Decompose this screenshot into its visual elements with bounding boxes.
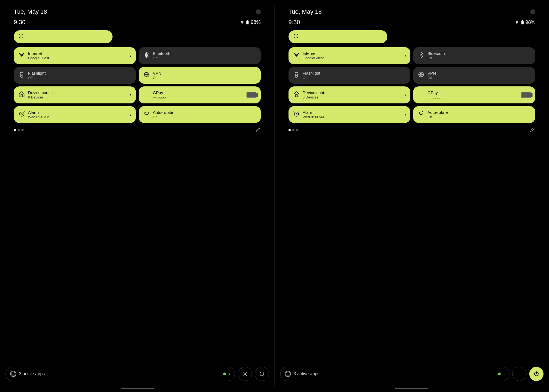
- tiles-grid-1: Internet GoogleGuest › Bluetooth Off Fla…: [288, 47, 536, 123]
- tile-title-internet-1: Internet: [303, 51, 402, 56]
- tile-flashlight-0[interactable]: Flashlight Off: [14, 67, 136, 84]
- tile-text-alarm-0: Alarm Wed 8:30 AM: [28, 110, 127, 119]
- tiles-grid-0: Internet GoogleGuest › Bluetooth Off Fla…: [14, 47, 261, 123]
- info-icon-1: i: [285, 371, 291, 377]
- tile-title-auto-rotate-1: Auto-rotate: [427, 110, 531, 115]
- vpn-icon-0: [143, 72, 150, 79]
- settings-button-1[interactable]: [512, 367, 526, 381]
- tile-subtitle-flashlight-1: Off: [303, 76, 406, 80]
- status-date-1: Tue, May 18: [288, 8, 322, 15]
- bottom-bar-1: i 3 active apps ›: [280, 367, 544, 381]
- dot-2-1: [296, 129, 298, 131]
- brightness-row-0[interactable]: [14, 30, 261, 43]
- info-icon-0: i: [10, 371, 16, 377]
- gpay-icon-0: [143, 91, 150, 98]
- tile-gpay-0[interactable]: GPay ···· 5555: [139, 86, 261, 103]
- phone-screen-1: Tue, May 18 9:30 98%: [275, 0, 549, 392]
- tile-internet-0[interactable]: Internet GoogleGuest ›: [14, 47, 136, 64]
- settings-button-0[interactable]: [238, 367, 252, 381]
- active-apps-pill-0[interactable]: i 3 active apps ›: [5, 367, 235, 381]
- tile-subtitle-gpay-1: ···· 5555: [427, 95, 518, 100]
- tile-title-flashlight-1: Flashlight: [303, 71, 406, 76]
- brightness-icon-0: [18, 33, 24, 41]
- alarm-icon-1: [293, 111, 300, 118]
- svg-text:i: i: [287, 373, 288, 376]
- status-time-row-1: 9:30 98%: [283, 18, 541, 30]
- tile-title-gpay-1: GPay: [427, 90, 518, 95]
- tile-auto-rotate-0[interactable]: Auto-rotate On: [139, 106, 261, 123]
- tile-title-device-control-0: Device cont...: [28, 90, 127, 95]
- brightness-row-1[interactable]: [288, 30, 536, 43]
- bottom-bar-0: i 3 active apps ›: [5, 367, 269, 381]
- vpn-icon-1: [418, 72, 425, 79]
- gpay-icon-1: [418, 91, 425, 98]
- tile-vpn-0[interactable]: VPN On: [139, 67, 261, 84]
- tile-subtitle-device-control-1: 6 Devices: [303, 95, 402, 100]
- svg-rect-14: [521, 21, 523, 24]
- edit-icon-1[interactable]: [530, 127, 535, 133]
- rotate-icon-0: [143, 111, 150, 118]
- tile-device-control-1[interactable]: Device cont... 6 Devices ›: [288, 86, 411, 103]
- wifi-status-icon: [240, 20, 245, 24]
- tile-title-vpn-1: VPN: [427, 71, 531, 76]
- svg-rect-1: [247, 20, 248, 21]
- tile-text-internet-1: Internet GoogleGuest: [303, 51, 402, 60]
- flashlight-icon-0: [18, 72, 25, 79]
- active-apps-pill-1[interactable]: i 3 active apps ›: [280, 367, 510, 381]
- tile-subtitle-auto-rotate-1: On: [427, 115, 531, 119]
- dots-container-0: [14, 129, 24, 131]
- phone-screen-0: Tue, May 18 9:30 98%: [0, 0, 274, 392]
- status-icons-0: 98%: [240, 19, 261, 25]
- tile-text-vpn-0: VPN On: [153, 71, 256, 80]
- dots-row-0: [14, 127, 261, 133]
- tile-vpn-1[interactable]: VPN Off: [413, 67, 535, 84]
- svg-point-11: [244, 373, 246, 375]
- tile-auto-rotate-1[interactable]: Auto-rotate On: [413, 106, 535, 123]
- tile-title-device-control-1: Device cont...: [303, 90, 402, 95]
- tile-alarm-0[interactable]: Alarm Wed 8:30 AM ›: [14, 106, 136, 123]
- rotate-icon-1: [418, 111, 425, 118]
- dot-2-0: [21, 129, 24, 131]
- active-apps-text-0: 3 active apps: [19, 371, 220, 376]
- apps-chevron-1: ›: [503, 371, 505, 376]
- edit-icon-0[interactable]: [255, 127, 261, 133]
- brightness-line-1[interactable]: [393, 36, 536, 37]
- status-time-1: 9:30: [288, 19, 300, 26]
- tile-device-control-0[interactable]: Device cont... 6 Devices ›: [14, 86, 136, 103]
- tile-text-bluetooth-0: Bluetooth Off: [153, 51, 256, 60]
- tile-subtitle-vpn-0: On: [153, 76, 256, 80]
- tile-title-alarm-0: Alarm: [28, 110, 127, 115]
- tile-gpay-1[interactable]: GPay ···· 5555: [413, 86, 535, 103]
- tile-subtitle-vpn-1: Off: [427, 76, 531, 80]
- apps-chevron-0: ›: [229, 371, 230, 376]
- power-button-1[interactable]: [529, 367, 544, 381]
- screens-container: Tue, May 18 9:30 98%: [0, 0, 549, 392]
- sun-icon: [18, 33, 24, 39]
- tile-internet-1[interactable]: Internet GoogleGuest ›: [288, 47, 411, 64]
- tile-subtitle-bluetooth-1: Off: [427, 56, 531, 60]
- brightness-track-1[interactable]: [288, 30, 387, 43]
- wifi-icon-0: [18, 52, 25, 59]
- svg-rect-13: [522, 20, 523, 21]
- power-button-0[interactable]: [255, 367, 269, 381]
- status-time-row-0: 9:30 98%: [8, 18, 266, 30]
- brightness-track-0[interactable]: [14, 30, 113, 43]
- tile-chevron-alarm-0: ›: [130, 112, 131, 117]
- tile-bluetooth-0[interactable]: Bluetooth Off: [139, 47, 261, 64]
- battery-text-1: 98%: [525, 19, 535, 25]
- tile-text-flashlight-1: Flashlight Off: [303, 71, 406, 80]
- tile-alarm-1[interactable]: Alarm Wed 8:30 AM ›: [288, 106, 411, 123]
- tile-bluetooth-1[interactable]: Bluetooth Off: [413, 47, 535, 64]
- battery-text-0: 98%: [251, 19, 261, 25]
- tile-subtitle-device-control-0: 6 Devices: [28, 95, 127, 100]
- tile-title-bluetooth-0: Bluetooth: [153, 51, 256, 56]
- home-icon-1: [293, 91, 300, 98]
- tile-text-gpay-1: GPay ···· 5555: [427, 90, 518, 100]
- tile-title-alarm-1: Alarm: [303, 110, 402, 115]
- svg-point-15: [295, 35, 297, 37]
- tile-chevron-internet-0: ›: [130, 53, 131, 58]
- tile-subtitle-internet-0: GoogleGuest: [28, 56, 127, 60]
- svg-point-3: [20, 35, 22, 37]
- brightness-line-0[interactable]: [118, 36, 261, 37]
- tile-flashlight-1[interactable]: Flashlight Off: [288, 67, 411, 84]
